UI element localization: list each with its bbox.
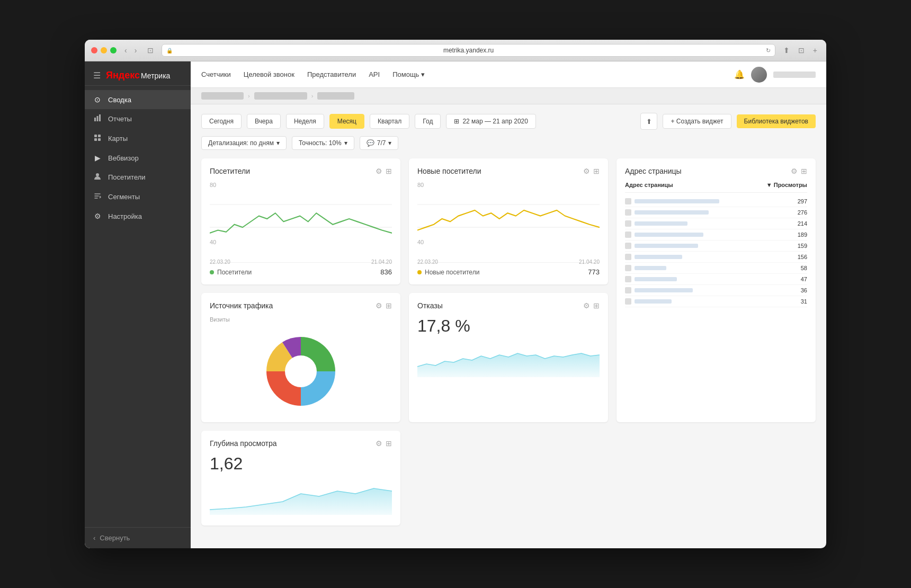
back-button[interactable]: ‹ <box>122 45 130 56</box>
sidebar-collapse[interactable]: ‹ Свернуть <box>85 527 191 548</box>
sidebar-item-vebvizor[interactable]: ▶ Вебвизор <box>85 148 191 167</box>
hamburger-icon[interactable]: ☰ <box>93 70 101 81</box>
maximize-button[interactable] <box>110 47 117 54</box>
svg-rect-1 <box>97 116 99 121</box>
period-quarter[interactable]: Квартал <box>370 114 409 129</box>
grid-icon[interactable]: ⊞ <box>801 167 807 175</box>
period-today[interactable]: Сегодня <box>201 114 242 129</box>
url-bar <box>635 277 677 281</box>
table-row: 214 <box>625 218 807 229</box>
create-widget-button[interactable]: + Создать виджет <box>663 114 731 129</box>
logo-yandex: Яндекс <box>106 70 140 81</box>
bell-icon[interactable]: 🔔 <box>734 69 745 79</box>
url-cell <box>625 198 793 204</box>
url-favicon <box>625 298 631 305</box>
period-year[interactable]: Год <box>415 114 441 129</box>
table-row: 276 <box>625 207 807 218</box>
gear-icon[interactable]: ⚙ <box>583 301 590 310</box>
user-name <box>773 72 816 78</box>
date-start: 22.03.20 <box>210 259 230 265</box>
grid-icon[interactable]: ⊞ <box>593 301 600 310</box>
visitors-value: 836 <box>380 268 392 276</box>
bounce-widget: Отказы ⚙ ⊞ 17,8 % <box>409 293 608 422</box>
url-cell <box>625 243 793 249</box>
svg-rect-3 <box>94 135 97 137</box>
nav-api[interactable]: API <box>369 70 380 78</box>
url-bar <box>635 221 687 226</box>
grid-icon[interactable]: ⊞ <box>593 167 600 175</box>
sidebar-item-otchety[interactable]: Отчеты <box>85 109 191 129</box>
grid-icon[interactable]: ⊞ <box>386 167 392 175</box>
gear-icon[interactable]: ⚙ <box>376 167 382 175</box>
sidebar-item-karty[interactable]: Карты <box>85 129 191 148</box>
gear-icon[interactable]: ⚙ <box>791 167 798 175</box>
grid-icon[interactable]: ⊞ <box>386 439 392 448</box>
sidebar-item-label: Сегменты <box>108 193 140 201</box>
toolbar-right: ⬆ + Создать виджет Библиотека виджетов <box>640 113 816 130</box>
gear-icon[interactable]: ⚙ <box>376 301 382 310</box>
new-visitors-widget-header: Новые посетители ⚙ ⊞ <box>417 167 600 175</box>
svg-rect-4 <box>98 135 101 137</box>
sidebar-item-nastrojka[interactable]: ⚙ Настройка <box>85 207 191 226</box>
window-toggle-button[interactable]: ⊡ <box>145 45 156 56</box>
y-label-mid: 40 <box>210 239 216 245</box>
period-yesterday[interactable]: Вчера <box>247 114 281 129</box>
date-range-button[interactable]: ⊞ 22 мар — 21 апр 2020 <box>446 114 536 129</box>
date-end: 21.04.20 <box>371 259 392 265</box>
address-bar[interactable]: 🔒 metrika.yandex.ru ↻ <box>162 44 775 57</box>
sidebar-item-segmenty[interactable]: Сегменты <box>85 187 191 207</box>
period-month[interactable]: Месяц <box>329 114 364 129</box>
grid-icon[interactable]: ⊞ <box>386 301 392 310</box>
new-tab-button[interactable]: + <box>810 45 820 56</box>
accuracy-button[interactable]: Точность: 10% ▾ <box>292 136 354 150</box>
nastrojka-icon: ⚙ <box>93 212 102 220</box>
nav-predstaviteli[interactable]: Представители <box>307 70 356 78</box>
close-button[interactable] <box>91 47 97 54</box>
right-panel: Счетчики Целевой звонок Представители AP… <box>191 61 826 548</box>
col-views: ▼ Просмотры <box>766 182 807 188</box>
table-row: 36 <box>625 285 807 296</box>
new-visitors-actions: ⚙ ⊞ <box>583 167 600 175</box>
refresh-icon[interactable]: ↻ <box>766 47 771 54</box>
nav-schetchiki[interactable]: Счетчики <box>201 70 231 78</box>
new-visitors-widget: Новые посетители ⚙ ⊞ 80 40 <box>409 158 608 284</box>
detail-button[interactable]: Детализация: по дням ▾ <box>201 136 287 150</box>
nav-zvonok[interactable]: Целевой звонок <box>244 70 294 78</box>
period-week[interactable]: Неделя <box>286 114 324 129</box>
url-bar <box>635 255 682 259</box>
share-button[interactable]: ⬆ <box>781 45 792 56</box>
avatar[interactable] <box>751 67 767 83</box>
table-row: 159 <box>625 240 807 252</box>
breadcrumb-bar: › › <box>191 88 826 104</box>
url-bar <box>635 199 719 203</box>
otchety-icon <box>93 114 102 123</box>
app-layout: ☰ Яндекс Метрика ⊙ Сводка <box>85 61 826 548</box>
forward-button[interactable]: › <box>132 45 140 56</box>
library-button[interactable]: Библиотека виджетов <box>737 114 816 128</box>
export-button[interactable]: ⬆ <box>640 113 657 130</box>
new-visitors-dates: 22.03.20 21.04.20 <box>417 259 600 265</box>
minimize-button[interactable] <box>101 47 107 54</box>
sidebar-item-posetiteli[interactable]: Посетители <box>85 167 191 187</box>
url-cell <box>625 287 797 293</box>
gear-icon[interactable]: ⚙ <box>376 439 382 448</box>
url-text: metrika.yandex.ru <box>443 47 494 54</box>
nav-pomosh[interactable]: Помощь ▾ <box>392 70 425 78</box>
gear-icon[interactable]: ⚙ <box>583 167 590 175</box>
view-count: 159 <box>798 243 807 249</box>
segments-button[interactable]: 💬 7/7 ▾ <box>360 136 399 150</box>
svg-point-7 <box>96 173 99 176</box>
visitors-title: Посетители <box>210 167 250 175</box>
breadcrumb-2 <box>254 92 307 100</box>
new-visitors-title: Новые посетители <box>417 167 481 175</box>
visitors-widget: Посетители ⚙ ⊞ 80 40 <box>201 158 400 284</box>
url-bar <box>635 233 703 237</box>
url-cell <box>625 231 793 238</box>
sidebar-item-svodka[interactable]: ⊙ Сводка <box>85 90 191 109</box>
bounce-header: Отказы ⚙ ⊞ <box>417 301 600 310</box>
y-label-max: 80 <box>210 182 216 188</box>
sidebar-header: ☰ Яндекс Метрика <box>85 61 191 86</box>
url-bar <box>635 299 672 304</box>
duplicate-button[interactable]: ⊡ <box>796 45 807 56</box>
url-bar <box>635 210 709 215</box>
